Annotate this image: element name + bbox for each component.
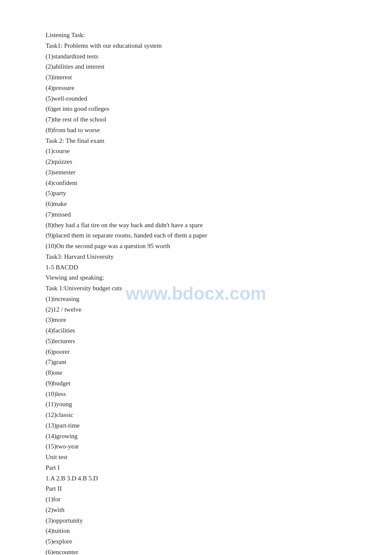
- content-line: (6)encounter: [46, 547, 346, 555]
- content-line: (8)they had a flat tire on the way back …: [46, 220, 346, 231]
- content-line: (7)grant: [46, 357, 346, 367]
- content-line: Task 1:University budget cuts: [46, 283, 346, 294]
- content-line: Listening Task:: [46, 30, 346, 40]
- content-line: (5)party: [46, 188, 346, 199]
- content-line: (4)facilities: [46, 325, 346, 336]
- content-line: (3)semester: [46, 167, 346, 178]
- content-line: (1)increasing: [46, 294, 346, 304]
- content-line: (7)the rest of the school: [46, 114, 346, 125]
- content-line: (14)growing: [46, 431, 346, 442]
- content-line: (6)poorer: [46, 347, 346, 357]
- content-line: (6)get into good colleges: [46, 104, 346, 114]
- content-line: (7)missed: [46, 209, 346, 220]
- content-line: (9)placed them in separate rooms, handed…: [46, 230, 346, 241]
- content-line: (3)opportunity: [46, 515, 346, 526]
- content-line: (5)lecturers: [46, 336, 346, 347]
- document-content: Listening Task:Task1: Problems with our …: [46, 30, 346, 555]
- content-line: (4)pressure: [46, 83, 346, 93]
- content-line: (12)classic: [46, 410, 346, 420]
- content-line: (2)abilities and interest: [46, 61, 346, 72]
- content-line: (3)more: [46, 315, 346, 325]
- content-line: (4)confident: [46, 178, 346, 188]
- content-line: (15)two-year: [46, 441, 346, 452]
- content-line: 1-5 BACDD: [46, 262, 346, 273]
- content-line: (5)well-rounded: [46, 93, 346, 104]
- content-line: (8)from bad to worse: [46, 125, 346, 136]
- content-line: (1)standardized tests: [46, 51, 346, 62]
- content-line: (6)make: [46, 199, 346, 209]
- content-line: (2)quizzes: [46, 156, 346, 167]
- content-line: (11)young: [46, 399, 346, 410]
- content-line: (8)one: [46, 367, 346, 378]
- content-line: Part II: [46, 483, 346, 494]
- content-line: Task 2: The final exam: [46, 136, 346, 146]
- content-line: (5)explore: [46, 536, 346, 547]
- content-line: Part I: [46, 462, 346, 473]
- content-line: (1)for: [46, 494, 346, 505]
- content-line: 1.A 2.B 3.D 4.B 5.D: [46, 473, 346, 484]
- content-line: (4)tuition: [46, 526, 346, 536]
- content-line: (2)with: [46, 505, 346, 515]
- content-line: (13)part-time: [46, 420, 346, 431]
- content-line: Viewing and speaking:: [46, 272, 346, 283]
- content-line: (10)On the second page was a question 95…: [46, 241, 346, 251]
- content-line: Task3: Harvard University: [46, 251, 346, 262]
- content-line: (1)course: [46, 146, 346, 156]
- content-line: (3)interest: [46, 72, 346, 83]
- content-line: (9)budget: [46, 378, 346, 389]
- content-line: (2)12 / twelve: [46, 304, 346, 315]
- content-line: Unit test: [46, 452, 346, 462]
- content-line: (10)less: [46, 389, 346, 399]
- content-line: Task1: Problems with our educational sys…: [46, 40, 346, 51]
